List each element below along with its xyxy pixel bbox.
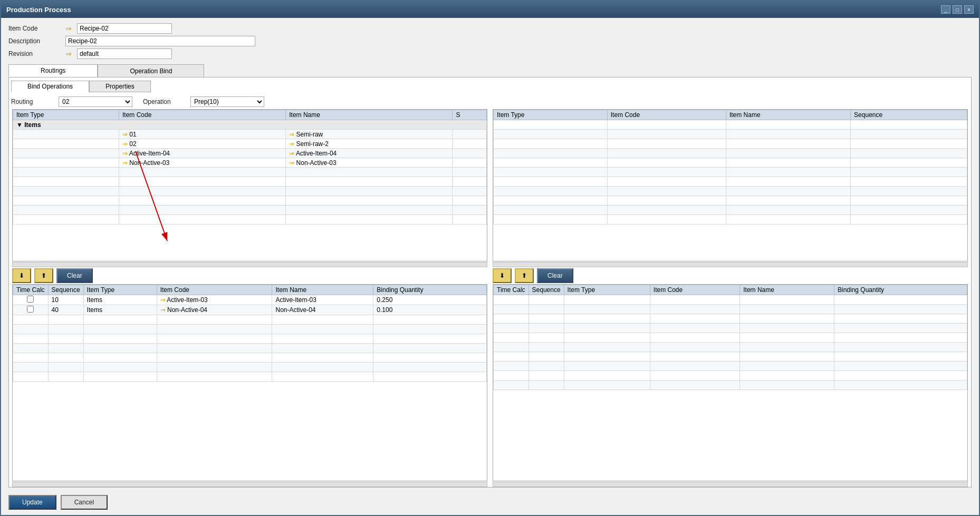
table-row[interactable]: [494, 120, 967, 130]
table-row[interactable]: ⇒ 01 ⇒ Semi-raw: [13, 130, 487, 139]
right-bottom-scrollbar[interactable]: [493, 482, 968, 487]
right-top-col-sequence: Sequence: [851, 110, 967, 120]
left-top-col-item-code: Item Code: [119, 110, 285, 120]
table-row[interactable]: [494, 343, 967, 352]
update-button[interactable]: Update: [8, 495, 56, 510]
table-row[interactable]: [494, 215, 967, 225]
table-row[interactable]: [494, 295, 967, 305]
down-arrow-icon: ⬇: [19, 272, 24, 279]
left-bottom-scrollbar[interactable]: [12, 482, 487, 487]
maximize-button[interactable]: □: [953, 5, 962, 14]
close-button[interactable]: ×: [964, 5, 974, 14]
table-row[interactable]: [13, 353, 487, 363]
right-clear-button[interactable]: Clear: [537, 268, 573, 283]
cell-item-code: ⇒ Active-Item-03: [157, 295, 272, 305]
left-clear-button[interactable]: Clear: [56, 268, 93, 283]
main-window: Production Process _ □ × Item Code ⇒ Des…: [0, 0, 980, 516]
tab-bind-operations[interactable]: Bind Operations: [11, 81, 89, 92]
left-bottom-grid: Time Calc Sequence Item Type Item Code I…: [13, 285, 487, 382]
table-row[interactable]: [13, 187, 487, 196]
cancel-button[interactable]: Cancel: [61, 495, 108, 510]
right-top-grid-wrapper[interactable]: Item Type Item Code Item Name Sequence: [493, 109, 968, 261]
filter-row: Routing 02 Operation Prep(10): [9, 95, 971, 109]
table-row[interactable]: [494, 305, 967, 314]
table-row[interactable]: ⇒ 02 ⇒ Semi-raw-2: [13, 139, 487, 149]
title-bar: Production Process _ □ ×: [1, 1, 979, 18]
revision-input[interactable]: [77, 48, 172, 59]
left-top-col-item-type: Item Type: [13, 110, 119, 120]
table-row[interactable]: [13, 372, 487, 382]
table-row[interactable]: [494, 333, 967, 343]
cell-item-type: [13, 130, 119, 139]
time-calc-checkbox-2[interactable]: [27, 306, 34, 313]
cell-s: [453, 130, 487, 139]
table-row[interactable]: [13, 168, 487, 177]
time-calc-checkbox-1[interactable]: [27, 296, 34, 303]
item-code-input[interactable]: [77, 23, 172, 34]
table-row[interactable]: [494, 139, 967, 149]
cell-time-calc[interactable]: [13, 295, 49, 305]
table-row[interactable]: [494, 187, 967, 196]
right-down-button[interactable]: ⬇: [493, 268, 512, 283]
table-row[interactable]: [13, 315, 487, 325]
description-input[interactable]: [65, 36, 255, 46]
form-area: Item Code ⇒ Description Revision ⇒: [1, 18, 979, 62]
table-row[interactable]: [494, 130, 967, 139]
table-row[interactable]: [13, 344, 487, 353]
right-bottom-grid-wrapper[interactable]: Time Calc Sequence Item Type Item Code I…: [493, 284, 968, 481]
cell-item-type: Items: [83, 295, 157, 305]
table-row[interactable]: [494, 177, 967, 187]
tab-routings[interactable]: Routings: [8, 64, 98, 77]
table-row[interactable]: [494, 149, 967, 158]
cell-item-code: ⇒ 01: [119, 130, 285, 139]
table-row[interactable]: 40 Items ⇒ Non-Active-04 Non-Active-04 0…: [13, 305, 487, 315]
lb-col-time-calc: Time Calc: [13, 285, 49, 295]
table-row[interactable]: [494, 206, 967, 215]
table-row[interactable]: [13, 334, 487, 344]
table-row[interactable]: [13, 215, 487, 225]
down-arrow-icon-right: ⬇: [499, 272, 505, 279]
cell-item-name: ⇒ Semi-raw: [286, 130, 453, 139]
item-code-label: Item Code: [8, 25, 61, 32]
window-controls: _ □ ×: [941, 5, 974, 14]
table-row[interactable]: [13, 196, 487, 206]
cell-item-code: ⇒ Non-Active-04: [157, 305, 272, 315]
left-bottom-grid-wrapper[interactable]: Time Calc Sequence Item Type Item Code I…: [12, 284, 487, 481]
table-row[interactable]: [13, 325, 487, 334]
main-content-panel: Bind Operations Properties Routing 02 Op…: [8, 77, 972, 488]
cell-time-calc[interactable]: [13, 305, 49, 315]
right-top-col-item-name: Item Name: [726, 110, 850, 120]
right-up-button[interactable]: ⬆: [515, 268, 534, 283]
table-row[interactable]: [13, 206, 487, 215]
right-top-scrollbar[interactable]: [493, 262, 968, 267]
cell-item-type: [13, 139, 119, 149]
item-code-row: Item Code ⇒: [8, 23, 972, 34]
table-row[interactable]: ▼ Items: [13, 120, 487, 130]
table-row[interactable]: [494, 158, 967, 168]
table-row[interactable]: ⇒ Active-Item-04 ⇒ Active-Item-04: [13, 149, 487, 158]
left-up-button[interactable]: ⬆: [34, 268, 53, 283]
tab-properties[interactable]: Properties: [89, 81, 151, 92]
cell-item-name: Non-Active-04: [272, 305, 373, 315]
table-row[interactable]: [494, 314, 967, 324]
table-row[interactable]: [13, 363, 487, 372]
table-row[interactable]: [494, 381, 967, 390]
table-row[interactable]: [494, 168, 967, 177]
table-row[interactable]: [494, 196, 967, 206]
left-top-scrollbar[interactable]: [12, 262, 487, 267]
table-row[interactable]: 10 Items ⇒ Active-Item-03 Active-Item-03…: [13, 295, 487, 305]
table-row[interactable]: [494, 371, 967, 381]
left-top-grid-wrapper[interactable]: Item Type Item Code Item Name S ▼ Items: [12, 109, 487, 261]
table-row[interactable]: [494, 324, 967, 333]
table-row[interactable]: ⇒ Non-Active-03 ⇒ Non-Active-03: [13, 158, 487, 168]
table-row[interactable]: [13, 177, 487, 187]
cell-item-type: [13, 149, 119, 158]
operation-select[interactable]: Prep(10): [190, 96, 264, 107]
table-row[interactable]: [494, 362, 967, 371]
tab-operation-bind[interactable]: Operation Bind: [98, 64, 204, 77]
minimize-button[interactable]: _: [941, 5, 950, 14]
footer: Update Cancel: [1, 490, 979, 515]
routing-select[interactable]: 02: [59, 96, 132, 107]
left-down-button[interactable]: ⬇: [12, 268, 31, 283]
table-row[interactable]: [494, 352, 967, 362]
